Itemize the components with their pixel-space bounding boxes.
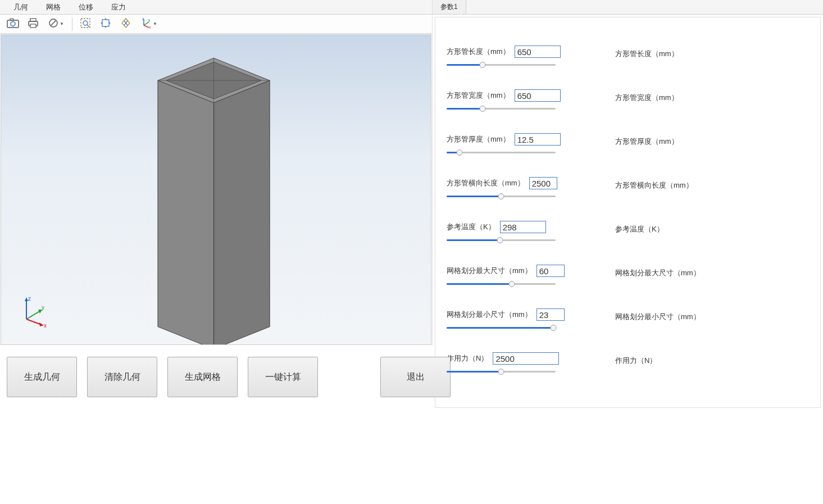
svg-marker-20 bbox=[158, 80, 214, 344]
svg-line-33 bbox=[26, 311, 40, 319]
param-desc: 方形管长度（mm） bbox=[593, 46, 679, 59]
param-desc: 参考温度（K） bbox=[593, 221, 664, 234]
param-input-length[interactable] bbox=[515, 46, 561, 58]
param-slider-force[interactable] bbox=[447, 368, 556, 376]
param-label: 方形管厚度（mm） bbox=[447, 134, 510, 144]
param-row-mesh-min: 网格划分最小尺寸（mm） 网格划分最小尺寸（mm） bbox=[447, 308, 809, 337]
snapshot-button[interactable] bbox=[3, 16, 22, 33]
print-button[interactable] bbox=[24, 16, 43, 33]
svg-line-14 bbox=[144, 22, 149, 25]
param-input-width[interactable] bbox=[515, 89, 561, 102]
param-input-transverse-length[interactable] bbox=[529, 177, 557, 189]
param-row-length: 方形管长度（mm） 方形管长度（mm） bbox=[447, 46, 809, 74]
param-input-mesh-min[interactable] bbox=[536, 308, 565, 321]
menubar: 几何 网格 位移 应力 bbox=[0, 0, 432, 15]
param-label: 方形管横向长度（mm） bbox=[447, 178, 525, 188]
print-icon bbox=[28, 18, 39, 30]
axis-triad: z y x bbox=[18, 294, 52, 328]
svg-rect-11 bbox=[102, 20, 109, 26]
svg-point-9 bbox=[83, 21, 88, 25]
left-pane: 几何 网格 位移 应力 bbox=[0, 0, 433, 346]
param-slider-ref-temperature[interactable] bbox=[447, 237, 556, 244]
generate-geometry-button[interactable]: 生成几何 bbox=[7, 357, 77, 397]
param-slider-width[interactable] bbox=[447, 105, 556, 113]
svg-marker-37 bbox=[39, 323, 44, 326]
param-row-thickness: 方形管厚度（mm） 方形管厚度（mm） bbox=[447, 133, 809, 161]
param-slider-length[interactable] bbox=[447, 61, 556, 69]
toolbar: ▼ bbox=[0, 15, 432, 34]
svg-line-7 bbox=[51, 20, 56, 26]
3d-viewport[interactable]: z y x bbox=[1, 34, 431, 345]
toolbar-separator bbox=[72, 17, 72, 31]
param-input-ref-temperature[interactable] bbox=[500, 221, 546, 233]
svg-text:z: z bbox=[28, 296, 31, 302]
geometry-visualization bbox=[1, 35, 431, 344]
svg-rect-2 bbox=[10, 19, 13, 20]
chevron-down-icon: ▼ bbox=[153, 21, 157, 26]
param-desc: 方形管宽度（mm） bbox=[593, 89, 679, 103]
exit-button[interactable]: 退出 bbox=[380, 357, 451, 397]
menu-geometry[interactable]: 几何 bbox=[4, 0, 37, 14]
param-label: 方形管长度（mm） bbox=[447, 47, 510, 57]
transparency-dropdown[interactable]: ▼ bbox=[44, 16, 69, 33]
param-row-ref-temperature: 参考温度（K） 参考温度（K） bbox=[447, 221, 809, 249]
param-input-mesh-max[interactable] bbox=[536, 265, 565, 277]
param-label: 参考温度（K） bbox=[447, 222, 495, 232]
one-click-calculate-button[interactable]: 一键计算 bbox=[248, 357, 318, 397]
svg-line-10 bbox=[87, 25, 89, 27]
svg-text:x: x bbox=[44, 323, 47, 328]
chevron-down-icon: ▼ bbox=[60, 21, 64, 26]
zoom-box-button[interactable] bbox=[76, 16, 95, 33]
camera-icon bbox=[7, 18, 19, 30]
param-desc: 网格划分最小尺寸（mm） bbox=[593, 308, 701, 322]
param-slider-transverse-length[interactable] bbox=[447, 193, 556, 201]
param-slider-mesh-min[interactable] bbox=[447, 324, 556, 332]
param-row-mesh-max: 网格划分最大尺寸（mm） 网格划分最大尺寸（mm） bbox=[447, 265, 809, 293]
svg-marker-21 bbox=[214, 80, 270, 344]
svg-text:x: x bbox=[149, 25, 151, 29]
svg-point-1 bbox=[11, 22, 15, 26]
tab-params1[interactable]: 参数1 bbox=[433, 0, 466, 14]
param-label: 方形管宽度（mm） bbox=[447, 90, 510, 101]
param-slider-thickness[interactable] bbox=[447, 149, 556, 157]
svg-rect-5 bbox=[30, 24, 36, 28]
menu-mesh[interactable]: 网格 bbox=[37, 0, 70, 14]
param-desc: 方形管厚度（mm） bbox=[593, 133, 679, 147]
param-label: 网格划分最大尺寸（mm） bbox=[447, 266, 532, 276]
default-view-button[interactable] bbox=[116, 16, 135, 33]
menu-stress[interactable]: 应力 bbox=[102, 0, 135, 14]
param-label: 网格划分最小尺寸（mm） bbox=[447, 310, 532, 320]
view-orientation-dropdown[interactable]: z y x ▼ bbox=[137, 16, 161, 33]
axis-xyz-icon: z y x bbox=[140, 17, 152, 30]
param-row-width: 方形管宽度（mm） 方形管宽度（mm） bbox=[447, 89, 809, 117]
param-input-thickness[interactable] bbox=[515, 133, 561, 146]
clear-geometry-button[interactable]: 清除几何 bbox=[87, 357, 157, 397]
action-buttons-row: 生成几何 清除几何 生成网格 一键计算 退出 bbox=[0, 346, 823, 408]
param-desc: 方形管横向长度（mm） bbox=[593, 177, 693, 190]
zoom-extents-button[interactable] bbox=[96, 16, 115, 33]
param-slider-mesh-max[interactable] bbox=[447, 280, 556, 288]
param-row-transverse-length: 方形管横向长度（mm） 方形管横向长度（mm） bbox=[447, 177, 809, 205]
no-symbol-icon bbox=[48, 18, 58, 30]
svg-line-16 bbox=[144, 25, 149, 28]
svg-text:y: y bbox=[148, 18, 151, 22]
svg-line-36 bbox=[26, 319, 42, 325]
menu-displacement[interactable]: 位移 bbox=[70, 0, 102, 14]
param-desc: 网格划分最大尺寸（mm） bbox=[593, 265, 701, 278]
svg-text:z: z bbox=[142, 17, 144, 21]
generate-mesh-button[interactable]: 生成网格 bbox=[167, 357, 238, 397]
svg-text:y: y bbox=[42, 305, 44, 311]
param-tabbar: 参数1 bbox=[433, 0, 823, 15]
select-box-icon bbox=[80, 17, 91, 30]
parameters-pane: 参数1 方形管长度（mm） 方形管长度（mm） bbox=[433, 0, 823, 346]
move-icon bbox=[100, 17, 111, 30]
refresh-triangles-icon bbox=[120, 17, 131, 30]
